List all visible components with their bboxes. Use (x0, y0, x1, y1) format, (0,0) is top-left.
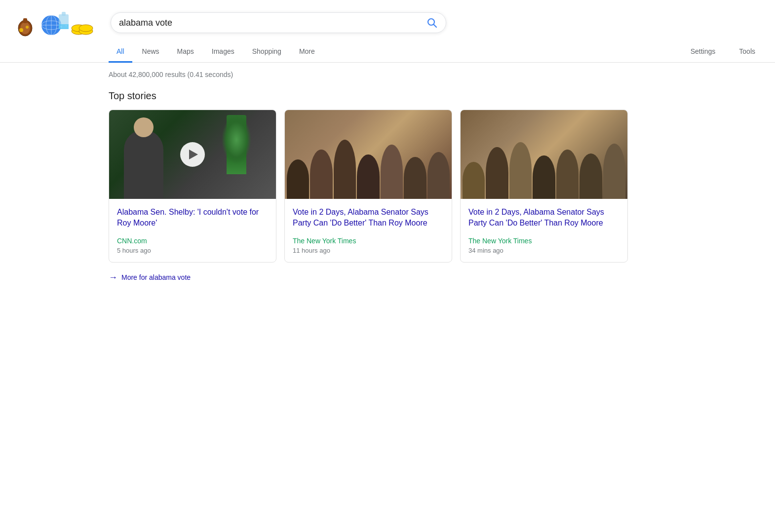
story-image-2 (285, 110, 452, 199)
story-source-3[interactable]: The New York Times (468, 237, 620, 245)
tab-maps[interactable]: Maps (169, 41, 202, 63)
more-link-text: More for alabama vote (121, 273, 191, 281)
story-source-2[interactable]: The New York Times (293, 237, 444, 245)
svg-point-18 (66, 25, 67, 26)
story-card-3[interactable]: Vote in 2 Days, Alabama Senator Says Par… (460, 110, 628, 263)
search-icon (426, 17, 438, 29)
crowd-3 (461, 120, 627, 199)
story-card-content-1: Alabama Sen. Shelby: 'I couldn't vote fo… (109, 199, 276, 262)
svg-point-3 (19, 28, 23, 32)
person-silhouette (124, 130, 163, 199)
svg-point-17 (60, 26, 62, 28)
story-image-1 (109, 110, 276, 199)
arrow-right-icon: → (109, 272, 117, 283)
more-for-link[interactable]: → More for alabama vote (109, 270, 763, 285)
story-title-2[interactable]: Vote in 2 Days, Alabama Senator Says Par… (293, 207, 444, 229)
crowd-2 (285, 120, 452, 199)
story-source-1[interactable]: CNN.com (117, 237, 268, 245)
tab-images[interactable]: Images (204, 41, 242, 63)
story-card-content-3: Vote in 2 Days, Alabama Senator Says Par… (461, 199, 627, 262)
search-bar[interactable]: alabama vote (111, 12, 446, 33)
svg-point-13 (79, 25, 93, 32)
story-title-1[interactable]: Alabama Sen. Shelby: 'I couldn't vote fo… (117, 207, 268, 229)
play-button-overlay[interactable] (180, 142, 205, 167)
tab-shopping[interactable]: Shopping (244, 41, 289, 63)
story-time-1: 5 hours ago (117, 247, 268, 254)
nav-tabs: All News Maps Images Shopping More Setti… (0, 41, 775, 63)
tab-all[interactable]: All (109, 41, 132, 63)
nav-tabs-right: Settings Tools (683, 41, 763, 62)
tab-news[interactable]: News (134, 41, 167, 63)
tab-settings[interactable]: Settings (683, 41, 724, 63)
play-triangle-icon (189, 150, 198, 159)
search-input[interactable]: alabama vote (119, 18, 426, 28)
story-time-3: 34 mins ago (468, 247, 620, 254)
results-area: About 42,800,000 results (0.41 seconds) … (0, 63, 775, 297)
story-cards: Alabama Sen. Shelby: 'I couldn't vote fo… (109, 110, 763, 263)
svg-point-4 (26, 26, 29, 29)
tab-more[interactable]: More (291, 41, 323, 63)
google-logo[interactable] (12, 8, 101, 38)
svg-rect-2 (23, 18, 27, 23)
story-card-1[interactable]: Alabama Sen. Shelby: 'I couldn't vote fo… (109, 110, 276, 263)
top-stories-heading: Top stories (109, 90, 763, 102)
story-time-2: 11 hours ago (293, 247, 444, 254)
story-title-3[interactable]: Vote in 2 Days, Alabama Senator Says Par… (468, 207, 620, 229)
nav-tabs-left: All News Maps Images Shopping More (109, 41, 683, 62)
story-card-content-2: Vote in 2 Days, Alabama Senator Says Par… (285, 199, 452, 262)
results-count: About 42,800,000 results (0.41 seconds) (109, 71, 763, 78)
story-card-2[interactable]: Vote in 2 Days, Alabama Senator Says Par… (284, 110, 452, 263)
svg-rect-15 (62, 12, 66, 16)
svg-point-1 (20, 22, 30, 34)
header: alabama vote (0, 0, 775, 38)
story-image-3 (461, 110, 627, 199)
svg-line-20 (434, 25, 437, 28)
doodle-svg (14, 9, 98, 37)
tab-tools[interactable]: Tools (731, 41, 763, 63)
search-button[interactable] (426, 17, 438, 29)
